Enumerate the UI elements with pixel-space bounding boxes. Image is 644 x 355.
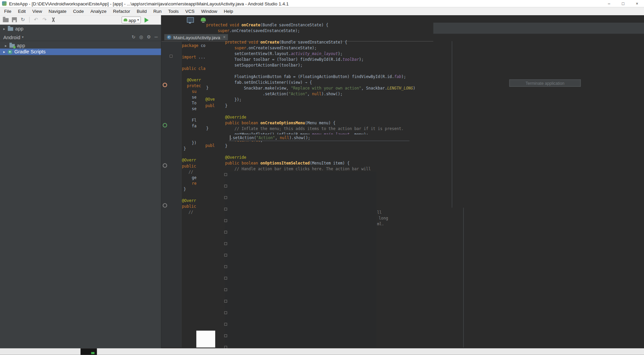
sync-icon[interactable]: ↻ <box>132 34 135 40</box>
code-line[interactable]: super.onCreate(savedInstanceState); <box>225 45 415 51</box>
hide-panel-icon[interactable]: ─ <box>155 34 158 40</box>
open-file-icon[interactable] <box>3 18 8 22</box>
chevron-down-icon: ▾ <box>137 18 139 22</box>
cut-icon[interactable] <box>50 17 56 23</box>
code-line[interactable]: .setAction("Action", null).show(); <box>225 91 415 97</box>
menu-item-run[interactable]: Run <box>150 8 165 14</box>
code-line[interactable]: } <box>225 103 415 108</box>
chevron-down-icon: ▾ <box>22 35 24 39</box>
tree-label: app <box>15 26 23 32</box>
redo-icon[interactable]: ↷ <box>41 17 48 23</box>
menu-item-help[interactable]: Help <box>221 8 236 14</box>
run-button[interactable] <box>145 18 149 23</box>
code-line[interactable]: }); <box>225 97 415 103</box>
android-module-folder-icon <box>9 44 15 48</box>
settings-gear-icon[interactable]: ⚙ <box>147 34 151 40</box>
title-bar: ErsteApp - [D:\DEV\Android\workspace\Ers… <box>0 0 644 7</box>
project-view-selector[interactable]: Android ▾ <box>3 34 24 40</box>
menu-item-build[interactable]: Build <box>133 8 150 14</box>
tab-mainlayoutactivity[interactable]: C MainLayoutActivity.java × <box>164 34 228 41</box>
code-line[interactable]: Snackbar.make(view, "Replace with your o… <box>225 85 415 91</box>
tree-item-app[interactable]: ▸ app <box>0 25 161 32</box>
close-button[interactable]: × <box>630 0 644 7</box>
window-title: ErsteApp - [D:\DEV\Android\workspace\Ers… <box>9 1 289 6</box>
editor-artifact-panel <box>433 23 644 34</box>
menu-item-window[interactable]: Window <box>198 8 221 14</box>
toolbar-separator <box>29 17 29 23</box>
editor-glitch-patch <box>225 172 376 348</box>
code-line[interactable] <box>225 108 415 114</box>
right-margin-guide <box>463 208 464 348</box>
android-studio-logo-icon <box>2 1 6 6</box>
code-line[interactable]: public boolean onCreateOptionsMenu(Menu … <box>225 120 415 126</box>
expand-arrow-icon[interactable]: ▸ <box>3 27 8 31</box>
editor-gutter <box>161 41 181 348</box>
folder-icon <box>8 27 13 31</box>
menu-bar: FileEditViewNavigateCodeAnalyzeRefactorB… <box>0 7 644 15</box>
code-line[interactable]: FloatingActionButton fab = (FloatingActi… <box>225 74 415 80</box>
menu-item-navigate[interactable]: Navigate <box>45 8 69 14</box>
menu-item-vcs[interactable]: VCS <box>182 8 198 14</box>
project-view-header: Android ▾ ↻ ◎ ⚙ ─ <box>0 34 161 41</box>
taskbar-item-icon <box>91 352 94 354</box>
tab-label: MainLayoutActivity.java <box>173 35 220 40</box>
code-line[interactable]: @Override <box>225 155 415 160</box>
save-icon[interactable] <box>12 17 17 22</box>
project-view-value: Android <box>3 34 20 40</box>
project-tool-window: ▸ app Android ▾ ↻ ◎ ⚙ ─ ▸ app ▸ Gradle S… <box>0 25 161 348</box>
menu-item-file[interactable]: File <box>1 8 15 14</box>
code-line[interactable] <box>225 68 415 74</box>
expand-arrow-icon[interactable]: ▸ <box>3 50 8 54</box>
editor-toolbar-icons <box>187 17 206 23</box>
tree-label: app <box>17 43 25 49</box>
tree-item-gradle-scripts[interactable]: ▸ Gradle Scripts <box>0 49 161 55</box>
code-line[interactable]: Toolbar toolbar = (Toolbar) findViewById… <box>225 57 415 62</box>
menu-item-code[interactable]: Code <box>70 8 87 14</box>
code-line[interactable]: } <box>225 143 415 149</box>
java-class-icon: C <box>167 35 171 39</box>
code-line[interactable]: setContentView(R.layout.activity_main_la… <box>225 51 415 57</box>
gradle-icon <box>8 50 12 54</box>
menu-item-edit[interactable]: Edit <box>15 8 29 14</box>
code-line[interactable]: fab.setOnClickListener((view) → { <box>225 80 415 85</box>
locate-icon[interactable]: ◎ <box>139 34 143 40</box>
undo-icon[interactable]: ↶ <box>33 17 39 23</box>
tree-item-app-module[interactable]: ▸ app <box>0 42 161 49</box>
maximize-button[interactable]: □ <box>616 0 630 7</box>
code-line[interactable] <box>225 149 415 155</box>
menu-item-view[interactable]: View <box>29 8 45 14</box>
code-line[interactable]: @Override <box>225 114 415 120</box>
run-configuration-value: app <box>129 18 136 23</box>
avd-manager-icon[interactable] <box>187 17 194 23</box>
tab-close-icon[interactable]: × <box>223 35 225 39</box>
sync-icon[interactable]: ↻ <box>20 17 26 23</box>
run-configuration-select[interactable]: app ▾ <box>121 17 141 24</box>
android-app-icon <box>123 19 127 22</box>
tree-label: Gradle Scripts <box>15 49 46 55</box>
panel-header-icons: ↻ ◎ ⚙ ─ <box>132 34 158 40</box>
main-toolbar: ↻ ↶ ↷ app ▾ <box>0 15 161 25</box>
code-line[interactable]: // Inflate the menu; this adds items to … <box>225 126 415 132</box>
code-line[interactable]: // Handle action bar item clicks here. T… <box>225 166 415 172</box>
artifact-white-box <box>196 331 215 348</box>
right-margin-guide <box>452 41 452 208</box>
menu-item-tools[interactable]: Tools <box>165 8 182 14</box>
code-line[interactable]: public boolean onOptionsItemSelected(Men… <box>225 160 415 166</box>
code-lines: protected void onCreate(Bundle savedInst… <box>225 40 415 172</box>
caret-line[interactable]: .setAction("Action", null).show(); <box>229 134 410 141</box>
android-studio-window: ErsteApp - [D:\DEV\Android\workspace\Ers… <box>0 0 644 355</box>
ghost-button-artifact: Terminate application <box>509 79 581 87</box>
sdk-manager-icon[interactable] <box>201 18 206 21</box>
window-controls: – □ × <box>602 0 644 7</box>
menu-item-analyze[interactable]: Analyze <box>87 8 110 14</box>
minimize-button[interactable]: – <box>602 0 616 7</box>
taskbar-item <box>81 348 97 355</box>
menu-item-refactor[interactable]: Refactor <box>110 8 133 14</box>
expand-arrow-icon[interactable]: ▸ <box>5 44 9 48</box>
caret-line-text: .setAction("Action", null).show(); <box>230 135 310 141</box>
code-line[interactable]: setSupportActionBar(toolbar); <box>225 62 415 68</box>
code-line[interactable]: protected void onCreate(Bundle savedInst… <box>225 40 415 45</box>
bottom-strip <box>0 348 644 355</box>
